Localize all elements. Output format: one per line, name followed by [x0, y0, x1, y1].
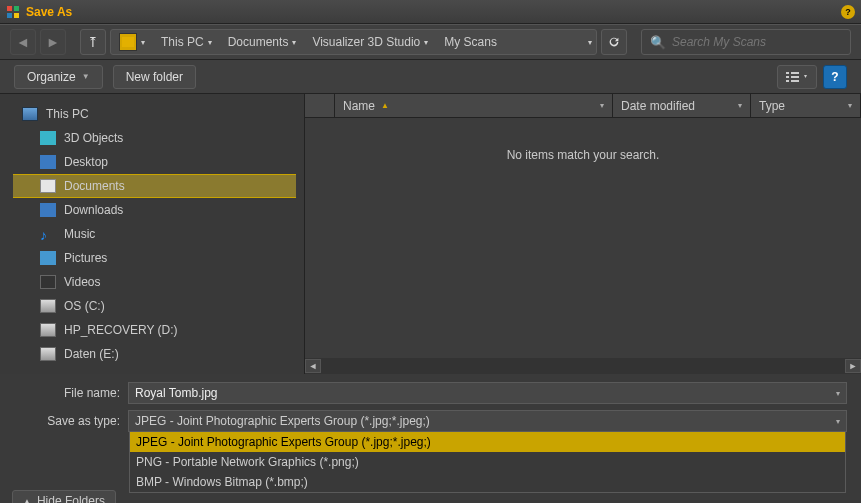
scroll-left-button[interactable]: ◄	[305, 359, 321, 373]
scroll-right-button[interactable]: ►	[845, 359, 861, 373]
svg-rect-9	[791, 76, 799, 78]
column-header-date-modified[interactable]: Date modified▾	[613, 94, 751, 117]
column-header-name[interactable]: Name▲▾	[335, 94, 613, 117]
svg-rect-1	[14, 6, 19, 11]
svg-rect-10	[791, 80, 799, 82]
file-name-input[interactable]	[135, 386, 836, 400]
sidebar-item-label: Desktop	[64, 155, 108, 169]
help-hint-icon[interactable]: ?	[841, 5, 855, 19]
sort-indicator-icon: ▲	[381, 101, 389, 110]
svg-rect-5	[786, 72, 789, 74]
sidebar-item-label: Music	[64, 227, 95, 241]
help-button[interactable]: ?	[823, 65, 847, 89]
sidebar-item-desktop[interactable]: Desktop	[0, 150, 304, 174]
sidebar-item-documents[interactable]: Documents	[13, 174, 296, 198]
save-type-label: Save as type:	[14, 414, 128, 428]
save-form: File name: ▾ Save as type: JPEG - Joint …	[0, 374, 861, 442]
save-type-dropdown: JPEG - Joint Photographic Experts Group …	[129, 432, 846, 493]
hide-folders-label: Hide Folders	[37, 494, 105, 503]
sidebar-item-music[interactable]: ♪Music	[0, 222, 304, 246]
3d-icon	[40, 131, 56, 145]
nav-back-button[interactable]: ◄	[10, 29, 36, 55]
svg-rect-8	[791, 72, 799, 74]
sidebar-item-videos[interactable]: Videos	[0, 270, 304, 294]
column-header-type[interactable]: Type▾	[751, 94, 861, 117]
sidebar-item-label: OS (C:)	[64, 299, 105, 313]
save-type-option[interactable]: BMP - Windows Bitmap (*.bmp;)	[130, 472, 845, 492]
app-icon	[6, 5, 20, 19]
svg-rect-4	[122, 37, 134, 47]
drive-icon	[40, 323, 56, 337]
breadcrumb-item[interactable]: Visualizer 3D Studio▾	[304, 30, 436, 54]
sidebar-item-label: HP_RECOVERY (D:)	[64, 323, 178, 337]
svg-rect-3	[14, 13, 19, 18]
breadcrumb-item[interactable]: This PC▾	[153, 30, 220, 54]
breadcrumb-label: This PC	[161, 35, 204, 49]
chevron-down-icon[interactable]: ▾	[836, 389, 840, 398]
pic-icon	[40, 251, 56, 265]
doc-icon	[40, 179, 56, 193]
window-title: Save As	[26, 5, 72, 19]
dl-icon	[40, 203, 56, 217]
breadcrumb-item[interactable]: Documents▾	[220, 30, 305, 54]
sidebar-item-label: Pictures	[64, 251, 107, 265]
nav-forward-button[interactable]: ►	[40, 29, 66, 55]
svg-rect-7	[786, 80, 789, 82]
sidebar-item-label: 3D Objects	[64, 131, 123, 145]
triangle-up-icon: ▲	[23, 497, 31, 504]
vid-icon	[40, 275, 56, 289]
nav-up-button[interactable]: ⤒	[80, 29, 106, 55]
organize-button[interactable]: Organize▼	[14, 65, 103, 89]
save-type-value: JPEG - Joint Photographic Experts Group …	[135, 414, 836, 428]
hide-folders-button[interactable]: ▲Hide Folders	[12, 490, 116, 503]
search-input[interactable]: 🔍	[641, 29, 851, 55]
svg-rect-0	[7, 6, 12, 11]
column-spacer	[305, 94, 335, 117]
save-type-option[interactable]: JPEG - Joint Photographic Experts Group …	[130, 432, 845, 452]
search-icon: 🔍	[650, 35, 666, 50]
breadcrumb-label: Visualizer 3D Studio	[312, 35, 420, 49]
desk-icon	[40, 155, 56, 169]
new-folder-button[interactable]: New folder	[113, 65, 196, 89]
breadcrumb-history-drop[interactable]: ▾	[580, 30, 596, 54]
file-list-panel: Name▲▾ Date modified▾ Type▾ No items mat…	[305, 94, 861, 374]
sidebar-item-label: Videos	[64, 275, 100, 289]
refresh-button[interactable]	[601, 29, 627, 55]
new-folder-label: New folder	[126, 70, 183, 84]
sidebar-item-daten-e-[interactable]: Daten (E:)	[0, 342, 304, 366]
column-headers: Name▲▾ Date modified▾ Type▾	[305, 94, 861, 118]
view-options-button[interactable]	[777, 65, 817, 89]
sidebar-item-downloads[interactable]: Downloads	[0, 198, 304, 222]
breadcrumb-root-icon[interactable]: ▾	[111, 30, 153, 54]
sidebar-item-label: Documents	[64, 179, 125, 193]
drive-icon	[40, 299, 56, 313]
svg-rect-2	[7, 13, 12, 18]
sidebar-item-os-c-[interactable]: OS (C:)	[0, 294, 304, 318]
sidebar: This PC 3D ObjectsDesktopDocumentsDownlo…	[0, 94, 305, 374]
file-name-field[interactable]: ▾	[128, 382, 847, 404]
svg-rect-6	[786, 76, 789, 78]
breadcrumb[interactable]: ▾ This PC▾ Documents▾ Visualizer 3D Stud…	[110, 29, 597, 55]
file-name-label: File name:	[14, 386, 128, 400]
breadcrumb-item[interactable]: My Scans	[436, 30, 505, 54]
organize-label: Organize	[27, 70, 76, 84]
search-field[interactable]	[672, 35, 842, 49]
horizontal-scrollbar[interactable]: ◄ ►	[305, 358, 861, 374]
chevron-down-icon[interactable]: ▾	[836, 417, 840, 426]
nav-bar: ◄ ► ⤒ ▾ This PC▾ Documents▾ Visualizer 3…	[0, 24, 861, 60]
drive-icon	[40, 347, 56, 361]
toolbar: Organize▼ New folder ?	[0, 60, 861, 94]
sidebar-item-pictures[interactable]: Pictures	[0, 246, 304, 270]
sidebar-item-3d-objects[interactable]: 3D Objects	[0, 126, 304, 150]
breadcrumb-label: My Scans	[444, 35, 497, 49]
empty-list-message: No items match your search.	[305, 118, 861, 358]
pc-icon	[22, 107, 38, 121]
breadcrumb-label: Documents	[228, 35, 289, 49]
sidebar-item-label: Downloads	[64, 203, 123, 217]
sidebar-root-label: This PC	[46, 107, 89, 121]
sidebar-item-hp-recovery-d-[interactable]: HP_RECOVERY (D:)	[0, 318, 304, 342]
sidebar-root[interactable]: This PC	[0, 102, 304, 126]
save-type-option[interactable]: PNG - Portable Network Graphics (*.png;)	[130, 452, 845, 472]
save-type-field[interactable]: JPEG - Joint Photographic Experts Group …	[128, 410, 847, 432]
title-bar: Save As ?	[0, 0, 861, 24]
